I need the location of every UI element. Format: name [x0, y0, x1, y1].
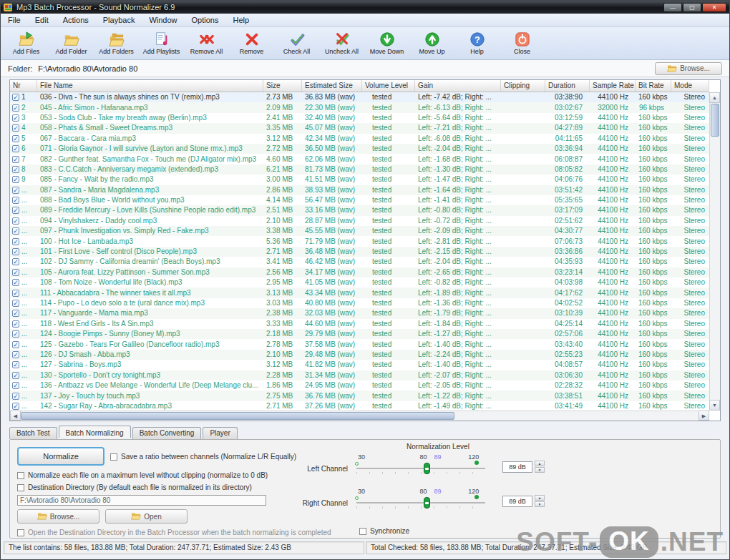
title-bar[interactable]: Mp3 Batch Processor - Sound Normalizer 6…: [1, 1, 729, 14]
row-checkbox[interactable]: [12, 279, 19, 286]
table-row[interactable]: ... 142 - Sugar Ray - Abra-abracadabra.m…: [10, 401, 709, 411]
table-row[interactable]: 8 083 - C.C.Catch - Anniversary megamix …: [10, 164, 709, 175]
browse-button-top[interactable]: Browse...: [655, 62, 722, 75]
destination-directory-checkbox[interactable]: Destination Directory (By default each f…: [17, 483, 252, 491]
row-checkbox[interactable]: [12, 248, 19, 255]
slider-thumb[interactable]: [424, 497, 430, 509]
table-row[interactable]: ... 114 - Pupo - Lo devo solo a te (ural…: [10, 298, 709, 308]
horizontal-scroll-thumb[interactable]: [21, 412, 454, 420]
minimize-button[interactable]: —: [663, 3, 682, 12]
table-row[interactable]: ... 089 - Freddie Mercury - Love Kills (…: [10, 205, 709, 215]
table-row[interactable]: ... 136 - Antbazz vs Dee Melange - Wonde…: [10, 380, 709, 390]
table-row[interactable]: ... 097 - Phunk Investigation vs. Simply…: [10, 226, 709, 236]
scroll-down-icon[interactable]: [709, 400, 720, 411]
table-row[interactable]: ... 087 - Sandra - Maria Magdalena.mp3 2…: [10, 185, 709, 195]
spinner-up-icon[interactable]: [535, 495, 545, 501]
level-slider[interactable]: 30 80 89 120: [356, 488, 485, 503]
scroll-left-icon[interactable]: [10, 411, 21, 421]
column-header[interactable]: Bit Rate: [636, 80, 671, 92]
checkbox-icon[interactable]: [17, 529, 24, 536]
open-destination-checkbox[interactable]: Open the Destination Directory in the Ba…: [17, 529, 331, 536]
save-ratio-checkbox[interactable]: Save a ratio between channels (Normalize…: [110, 453, 296, 461]
column-header[interactable]: Gain: [415, 80, 501, 92]
toolbar-button[interactable]: Add Folder: [49, 29, 94, 59]
table-row[interactable]: ... 088 - Bad Boys Blue - World without …: [10, 195, 709, 205]
row-checkbox[interactable]: [12, 300, 19, 307]
row-checkbox[interactable]: [12, 114, 19, 122]
spinner-up-icon[interactable]: [535, 461, 545, 466]
toolbar-button[interactable]: Move Up: [409, 29, 454, 59]
row-checkbox[interactable]: [12, 227, 19, 235]
toolbar-button[interactable]: Remove All: [184, 29, 229, 59]
row-checkbox[interactable]: [12, 238, 19, 245]
toolbar-button[interactable]: ? Help: [454, 29, 500, 59]
spinner-down-icon[interactable]: [535, 501, 545, 507]
column-header[interactable]: Clipping: [501, 80, 545, 92]
table-row[interactable]: ... 094 - Vinylshakerz - Daddy cool.mp3 …: [10, 216, 709, 226]
tab[interactable]: Batch Converting: [132, 427, 202, 439]
table-row[interactable]: ... 124 - Boogie Pimps - Sunny (Boney M)…: [10, 329, 709, 339]
checkbox-icon[interactable]: [17, 472, 24, 479]
normalize-button[interactable]: Normalize: [17, 447, 104, 466]
column-header[interactable]: Mode: [671, 80, 709, 92]
column-header[interactable]: Volume Level: [362, 80, 415, 92]
scroll-up-icon[interactable]: [709, 92, 720, 103]
table-row[interactable]: ... 137 - Joy - Touch by touch.mp3 2.75 …: [10, 390, 709, 401]
toolbar-button[interactable]: Check All: [274, 29, 319, 59]
row-checkbox[interactable]: [12, 156, 19, 163]
column-header[interactable]: Nr: [10, 80, 37, 92]
table-row[interactable]: 4 058 - Phats & Small - Sweet Dreams.mp3…: [10, 123, 709, 133]
row-checkbox[interactable]: [12, 320, 19, 328]
vertical-scrollbar[interactable]: [709, 92, 720, 411]
menu-item[interactable]: Window: [149, 16, 177, 24]
row-checkbox[interactable]: [12, 135, 19, 142]
row-checkbox[interactable]: [12, 217, 19, 225]
table-row[interactable]: ... 105 - Aurora feat. Lizzy Pattinson -…: [10, 267, 709, 277]
table-row[interactable]: 2 045 - Afric Simon - Hafanana.mp3 2.09 …: [10, 102, 709, 112]
row-checkbox[interactable]: [12, 166, 19, 173]
table-row[interactable]: 9 085 - Fancy - Wait by the radio.mp3 3.…: [10, 175, 709, 185]
vertical-scroll-thumb[interactable]: [711, 104, 719, 137]
menu-item[interactable]: Actions: [63, 16, 89, 24]
close-window-button[interactable]: ✕: [702, 3, 726, 12]
open-button[interactable]: Open: [105, 509, 188, 524]
checkbox-icon[interactable]: [17, 484, 24, 491]
table-row[interactable]: ... 102 - DJ Sammy - California dreamin'…: [10, 257, 709, 267]
row-checkbox[interactable]: [12, 187, 19, 194]
synchronize-checkbox[interactable]: Synchronize: [359, 527, 409, 535]
level-value[interactable]: 89 dB: [502, 496, 532, 507]
menu-item[interactable]: Edit: [35, 16, 49, 24]
row-checkbox[interactable]: [12, 330, 19, 338]
row-checkbox[interactable]: [12, 290, 19, 297]
table-row[interactable]: ... 126 - DJ Smash - Abba.mp3 2.10 MB 29…: [10, 350, 709, 360]
table-header[interactable]: NrFile NameSizeEstimated SizeVolume Leve…: [10, 80, 709, 92]
row-checkbox[interactable]: [12, 403, 19, 410]
max-level-checkbox[interactable]: Normalize each file on a maximum level w…: [17, 471, 268, 479]
row-checkbox[interactable]: [12, 361, 19, 368]
table-row[interactable]: 7 082 - Gunther feat. Samantha Fox - Tou…: [10, 154, 709, 164]
level-slider[interactable]: 30 80 89 120: [356, 453, 485, 469]
row-checkbox[interactable]: [12, 341, 19, 348]
table-row[interactable]: 6 071 - Gloria Gaynor - I will survive (…: [10, 144, 709, 154]
menu-item[interactable]: Playback: [103, 16, 135, 24]
row-checkbox[interactable]: [12, 393, 19, 400]
table-row[interactable]: ... 118 - West End Girls - Its A Sin.mp3…: [10, 319, 709, 329]
table-row[interactable]: 3 053 - Soda Club - Take my breath away …: [10, 113, 709, 123]
horizontal-scrollbar[interactable]: [10, 411, 709, 421]
tab[interactable]: Batch Test: [9, 427, 57, 439]
row-checkbox[interactable]: [12, 124, 19, 132]
row-checkbox[interactable]: [12, 94, 19, 101]
column-header[interactable]: Estimated Size: [302, 80, 362, 92]
level-value[interactable]: 89 dB: [502, 461, 532, 473]
toolbar-button[interactable]: Add Folders: [94, 29, 139, 59]
row-checkbox[interactable]: [12, 145, 19, 152]
menu-item[interactable]: Options: [192, 16, 219, 24]
row-checkbox[interactable]: [12, 382, 19, 389]
menu-item[interactable]: Help: [233, 16, 249, 24]
column-header[interactable]: Sample Rate: [590, 80, 636, 92]
toolbar-button[interactable]: Remove: [229, 29, 274, 59]
toolbar-button[interactable]: Close: [500, 29, 545, 59]
browse-button[interactable]: Browse...: [17, 509, 99, 524]
toolbar-button[interactable]: Add Files: [4, 29, 49, 59]
checkbox-icon[interactable]: [359, 528, 366, 535]
